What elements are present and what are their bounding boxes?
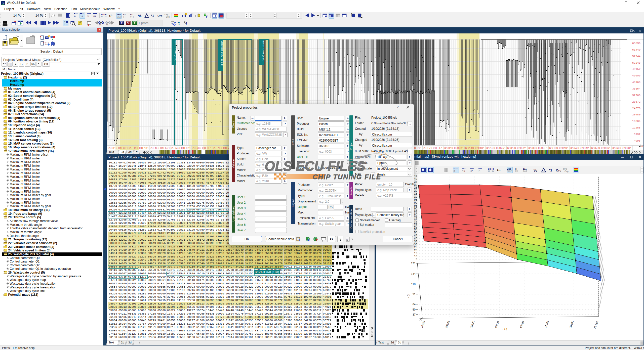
svg-text:Statistical: 16x9 (16 Bit): Statistical: 16x9 (16 Bit) (221, 40, 224, 66)
svg-text:- (-): - (-) (502, 327, 507, 330)
svg-text:59395: 59395 (519, 320, 525, 328)
svg-text:8: 8 (454, 170, 455, 172)
svg-text:40: 40 (414, 237, 417, 240)
svg-text:01F484: 01F484 (139, 147, 149, 150)
svg-text:F1.: F1. (478, 170, 481, 172)
svg-text:11265: 11265 (544, 320, 549, 328)
svg-text:02038C: 02038C (528, 147, 537, 150)
svg-text:30: 30 (414, 243, 417, 246)
svg-text:95: 95 (414, 204, 417, 207)
svg-text:38920: 38920 (470, 320, 475, 328)
svg-text:*1: *1 (549, 168, 552, 172)
svg-text:57344: 57344 (632, 55, 640, 58)
svg-text:02011C: 02011C (464, 147, 474, 150)
svg-text:444: 444 (130, 15, 134, 18)
svg-text:02052C: 02052C (570, 147, 579, 150)
svg-text:118: 118 (411, 283, 416, 286)
svg-text:53248: 53248 (632, 61, 640, 64)
svg-text:SEC: SEC (507, 170, 512, 173)
svg-text:45056: 45056 (632, 74, 640, 77)
svg-text:64: 64 (413, 303, 416, 306)
svg-text:144: 144 (411, 272, 416, 275)
svg-text:60: 60 (414, 225, 417, 228)
svg-text:28672: 28672 (632, 100, 640, 103)
svg-text:P: P (134, 22, 136, 25)
svg-text:5: 5 (416, 258, 417, 261)
svg-text:FF: FF (123, 15, 126, 18)
svg-text:25: 25 (414, 246, 417, 249)
svg-text:01F34C: 01F34C (108, 147, 117, 150)
svg-text:?: ? (185, 22, 187, 26)
svg-text:LO HI: LO HI (101, 13, 106, 16)
svg-text:020184: 020184 (475, 147, 485, 150)
svg-text:8: 8 (74, 15, 75, 18)
svg-text:20: 20 (414, 249, 417, 252)
svg-text:%: % (138, 14, 141, 18)
svg-text:+/-: +/- (497, 168, 501, 172)
svg-text:HI LO: HI LO (488, 170, 494, 172)
svg-text:32768: 32768 (632, 94, 640, 97)
svg-text:01F68C: 01F68C (192, 147, 201, 150)
svg-text:IHL..: IHL.. (106, 24, 109, 26)
svg-text:%: % (534, 168, 537, 172)
svg-text:0205FC: 0205FC (590, 147, 600, 150)
svg-text:0201EC: 0201EC (486, 147, 495, 150)
svg-text:01FFE4: 01FFE4 (433, 147, 442, 150)
svg-text:01F41C: 01F41C (129, 147, 138, 150)
svg-text:10250: 10250 (420, 320, 426, 328)
svg-text:*1: *1 (151, 14, 154, 18)
svg-text:16: 16 (462, 170, 465, 172)
svg-text:0203F4: 0203F4 (538, 147, 548, 150)
svg-text:01F4EC: 01F4EC (150, 147, 159, 150)
svg-text:020324: 020324 (517, 147, 527, 150)
svg-text:80: 80 (414, 213, 417, 216)
svg-text:01F75C: 01F75C (213, 147, 222, 150)
svg-text:56325: 56325 (494, 320, 500, 328)
svg-text:FF: FF (515, 170, 518, 173)
svg-text:85: 85 (414, 210, 417, 213)
svg-text:01F554: 01F554 (160, 147, 170, 150)
svg-text:49152: 49152 (632, 68, 640, 71)
svg-text:V: V (127, 22, 129, 25)
svg-text:36864: 36864 (632, 87, 640, 90)
svg-text:32: 32 (87, 15, 90, 18)
svg-text:Org: Org (556, 169, 561, 172)
svg-text:10: 10 (414, 255, 417, 258)
svg-text:15 360: 15 360 (593, 320, 599, 329)
svg-text:020254: 020254 (496, 147, 506, 150)
svg-text:171: 171 (411, 262, 416, 265)
svg-text:8192: 8192 (634, 133, 640, 136)
svg-text:Bosch II: 6x8 (8 Bit): Bosch II: 6x8 (8 Bit) (262, 40, 265, 61)
svg-text:90: 90 (414, 207, 417, 210)
svg-text:0206CC: 0206CC (612, 147, 621, 150)
svg-text:50: 50 (413, 308, 416, 311)
svg-text:20480: 20480 (632, 113, 640, 116)
svg-text:IHL..: IHL.. (99, 24, 102, 26)
svg-text:15: 15 (414, 252, 417, 255)
svg-text:55: 55 (414, 228, 417, 231)
svg-text:?: ? (178, 21, 180, 26)
svg-text:24585: 24585 (445, 320, 450, 328)
svg-text:F: F (121, 22, 122, 25)
svg-text:SEC: SEC (117, 15, 122, 18)
svg-text:01F3B4: 01F3B4 (118, 147, 128, 150)
svg-text:12288: 12288 (632, 126, 640, 129)
svg-text:50: 50 (414, 231, 417, 234)
svg-text:75: 75 (414, 216, 417, 219)
svg-text:0202BC: 0202BC (506, 147, 516, 150)
svg-text:38400: 38400 (569, 320, 574, 328)
svg-text:444: 444 (523, 170, 527, 173)
svg-text:37: 37 (413, 313, 416, 316)
svg-text:70: 70 (414, 219, 417, 222)
svg-text:45: 45 (414, 234, 417, 237)
svg-text:0204C4: 0204C4 (559, 147, 569, 150)
svg-text:91: 91 (413, 293, 416, 296)
svg-text:1 5: 1 5 (429, 170, 430, 172)
svg-text:Org: Org (157, 14, 163, 17)
svg-text:+/-: +/- (109, 14, 113, 18)
svg-text:02045C: 02045C (548, 147, 558, 150)
svg-text:0200B4: 0200B4 (454, 147, 464, 150)
svg-text:- (-): - (-) (407, 293, 410, 298)
svg-text:01F624: 01F624 (181, 147, 191, 150)
svg-text:24576: 24576 (632, 107, 640, 110)
